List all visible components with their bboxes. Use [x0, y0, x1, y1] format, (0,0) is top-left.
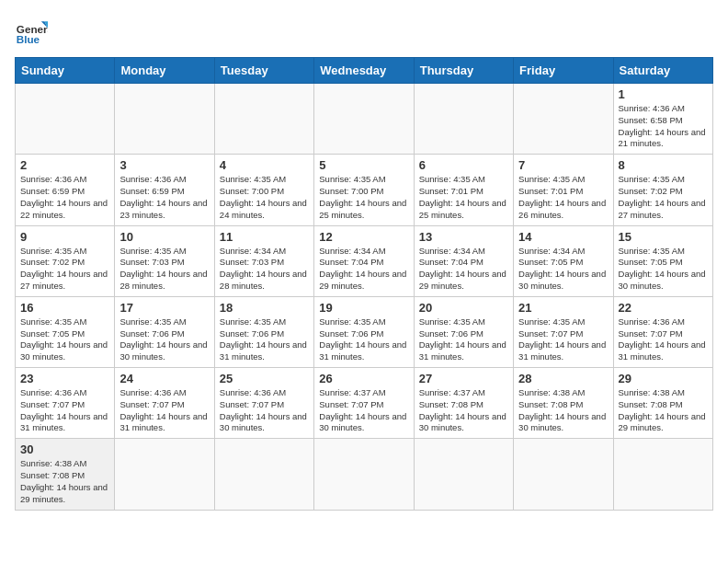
day-number: 3	[119, 158, 209, 172]
calendar-cell: 22Sunrise: 4:36 AM Sunset: 7:07 PM Dayli…	[613, 296, 712, 367]
day-info: Sunrise: 4:36 AM Sunset: 7:07 PM Dayligh…	[220, 387, 309, 434]
calendar-cell: 12Sunrise: 4:34 AM Sunset: 7:04 PM Dayli…	[314, 225, 414, 296]
day-number: 25	[220, 372, 309, 385]
day-number: 14	[518, 230, 608, 244]
week-row-0: 1Sunrise: 4:36 AM Sunset: 6:58 PM Daylig…	[16, 84, 713, 155]
day-info: Sunrise: 4:38 AM Sunset: 7:08 PM Dayligh…	[518, 387, 608, 434]
logo: General Blue	[15, 15, 48, 48]
day-info: Sunrise: 4:37 AM Sunset: 7:08 PM Dayligh…	[419, 387, 508, 434]
calendar-cell: 27Sunrise: 4:37 AM Sunset: 7:08 PM Dayli…	[414, 368, 513, 439]
weekday-header-tuesday: Tuesday	[214, 58, 313, 84]
weekday-header-sunday: Sunday	[16, 58, 115, 84]
day-info: Sunrise: 4:35 AM Sunset: 7:03 PM Dayligh…	[119, 246, 209, 293]
calendar-cell: 7Sunrise: 4:35 AM Sunset: 7:01 PM Daylig…	[514, 155, 613, 225]
day-info: Sunrise: 4:35 AM Sunset: 7:06 PM Dayligh…	[119, 316, 209, 363]
weekday-header-saturday: Saturday	[613, 58, 712, 84]
day-number: 29	[619, 372, 708, 385]
day-info: Sunrise: 4:36 AM Sunset: 6:59 PM Dayligh…	[119, 174, 209, 221]
day-number: 30	[20, 442, 109, 456]
day-info: Sunrise: 4:36 AM Sunset: 6:59 PM Dayligh…	[20, 174, 109, 221]
week-row-5: 30Sunrise: 4:38 AM Sunset: 7:08 PM Dayli…	[16, 439, 713, 510]
day-number: 6	[419, 158, 508, 172]
header: General Blue	[15, 15, 713, 48]
day-number: 16	[20, 301, 109, 315]
day-info: Sunrise: 4:34 AM Sunset: 7:03 PM Dayligh…	[220, 246, 309, 293]
calendar-cell	[514, 84, 613, 155]
day-number: 12	[319, 230, 408, 244]
week-row-2: 9Sunrise: 4:35 AM Sunset: 7:02 PM Daylig…	[16, 225, 713, 296]
day-info: Sunrise: 4:35 AM Sunset: 7:00 PM Dayligh…	[220, 174, 309, 221]
calendar-cell: 3Sunrise: 4:36 AM Sunset: 6:59 PM Daylig…	[115, 155, 214, 225]
day-info: Sunrise: 4:35 AM Sunset: 7:00 PM Dayligh…	[319, 174, 408, 221]
weekday-header-monday: Monday	[115, 58, 214, 84]
calendar-cell: 8Sunrise: 4:35 AM Sunset: 7:02 PM Daylig…	[613, 155, 712, 225]
day-info: Sunrise: 4:36 AM Sunset: 7:07 PM Dayligh…	[20, 387, 109, 434]
day-number: 9	[20, 230, 109, 244]
calendar-cell	[314, 84, 414, 155]
day-number: 10	[119, 230, 209, 244]
calendar-cell: 1Sunrise: 4:36 AM Sunset: 6:58 PM Daylig…	[613, 84, 712, 155]
weekday-header-thursday: Thursday	[414, 58, 513, 84]
day-info: Sunrise: 4:34 AM Sunset: 7:05 PM Dayligh…	[518, 246, 608, 293]
calendar-cell	[314, 439, 414, 510]
calendar-cell: 9Sunrise: 4:35 AM Sunset: 7:02 PM Daylig…	[16, 225, 115, 296]
day-number: 23	[20, 372, 109, 385]
calendar-cell	[16, 84, 115, 155]
day-info: Sunrise: 4:35 AM Sunset: 7:01 PM Dayligh…	[419, 174, 508, 221]
day-info: Sunrise: 4:34 AM Sunset: 7:04 PM Dayligh…	[319, 246, 408, 293]
logo-icon: General Blue	[15, 15, 48, 48]
calendar-cell	[214, 439, 313, 510]
calendar-cell: 6Sunrise: 4:35 AM Sunset: 7:01 PM Daylig…	[414, 155, 513, 225]
day-number: 28	[518, 372, 608, 385]
calendar-cell: 30Sunrise: 4:38 AM Sunset: 7:08 PM Dayli…	[16, 439, 115, 510]
calendar-cell: 29Sunrise: 4:38 AM Sunset: 7:08 PM Dayli…	[613, 368, 712, 439]
calendar-cell: 16Sunrise: 4:35 AM Sunset: 7:05 PM Dayli…	[16, 296, 115, 367]
day-info: Sunrise: 4:36 AM Sunset: 7:07 PM Dayligh…	[119, 387, 209, 434]
day-info: Sunrise: 4:35 AM Sunset: 7:06 PM Dayligh…	[419, 316, 508, 363]
weekday-header-wednesday: Wednesday	[314, 58, 414, 84]
calendar-cell: 15Sunrise: 4:35 AM Sunset: 7:05 PM Dayli…	[613, 225, 712, 296]
calendar-cell: 11Sunrise: 4:34 AM Sunset: 7:03 PM Dayli…	[214, 225, 313, 296]
calendar-cell: 2Sunrise: 4:36 AM Sunset: 6:59 PM Daylig…	[16, 155, 115, 225]
calendar-cell	[214, 84, 313, 155]
day-info: Sunrise: 4:35 AM Sunset: 7:05 PM Dayligh…	[20, 316, 109, 363]
calendar-cell: 5Sunrise: 4:35 AM Sunset: 7:00 PM Daylig…	[314, 155, 414, 225]
day-number: 15	[619, 230, 708, 244]
day-info: Sunrise: 4:36 AM Sunset: 6:58 PM Dayligh…	[619, 103, 708, 150]
day-number: 19	[319, 301, 408, 315]
day-number: 2	[20, 158, 109, 172]
day-number: 24	[119, 372, 209, 385]
day-info: Sunrise: 4:35 AM Sunset: 7:07 PM Dayligh…	[518, 316, 608, 363]
week-row-3: 16Sunrise: 4:35 AM Sunset: 7:05 PM Dayli…	[16, 296, 713, 367]
calendar-cell: 4Sunrise: 4:35 AM Sunset: 7:00 PM Daylig…	[214, 155, 313, 225]
calendar: SundayMondayTuesdayWednesdayThursdayFrid…	[15, 57, 713, 511]
day-info: Sunrise: 4:38 AM Sunset: 7:08 PM Dayligh…	[20, 458, 109, 505]
week-row-1: 2Sunrise: 4:36 AM Sunset: 6:59 PM Daylig…	[16, 155, 713, 225]
day-number: 21	[518, 301, 608, 315]
calendar-cell: 21Sunrise: 4:35 AM Sunset: 7:07 PM Dayli…	[514, 296, 613, 367]
calendar-cell: 28Sunrise: 4:38 AM Sunset: 7:08 PM Dayli…	[514, 368, 613, 439]
day-number: 13	[419, 230, 508, 244]
svg-text:Blue: Blue	[17, 33, 40, 45]
day-info: Sunrise: 4:34 AM Sunset: 7:04 PM Dayligh…	[419, 246, 508, 293]
day-number: 5	[319, 158, 408, 172]
calendar-cell: 10Sunrise: 4:35 AM Sunset: 7:03 PM Dayli…	[115, 225, 214, 296]
day-info: Sunrise: 4:35 AM Sunset: 7:02 PM Dayligh…	[20, 246, 109, 293]
day-info: Sunrise: 4:38 AM Sunset: 7:08 PM Dayligh…	[619, 387, 708, 434]
day-number: 17	[119, 301, 209, 315]
calendar-cell: 24Sunrise: 4:36 AM Sunset: 7:07 PM Dayli…	[115, 368, 214, 439]
day-number: 26	[319, 372, 408, 385]
calendar-cell	[414, 439, 513, 510]
day-number: 7	[518, 158, 608, 172]
day-number: 22	[619, 301, 708, 315]
day-info: Sunrise: 4:35 AM Sunset: 7:01 PM Dayligh…	[518, 174, 608, 221]
day-number: 27	[419, 372, 508, 385]
day-info: Sunrise: 4:35 AM Sunset: 7:05 PM Dayligh…	[619, 246, 708, 293]
calendar-cell: 23Sunrise: 4:36 AM Sunset: 7:07 PM Dayli…	[16, 368, 115, 439]
calendar-cell: 25Sunrise: 4:36 AM Sunset: 7:07 PM Dayli…	[214, 368, 313, 439]
calendar-cell: 14Sunrise: 4:34 AM Sunset: 7:05 PM Dayli…	[514, 225, 613, 296]
calendar-cell: 26Sunrise: 4:37 AM Sunset: 7:07 PM Dayli…	[314, 368, 414, 439]
calendar-cell: 20Sunrise: 4:35 AM Sunset: 7:06 PM Dayli…	[414, 296, 513, 367]
day-info: Sunrise: 4:35 AM Sunset: 7:06 PM Dayligh…	[319, 316, 408, 363]
day-info: Sunrise: 4:36 AM Sunset: 7:07 PM Dayligh…	[619, 316, 708, 363]
